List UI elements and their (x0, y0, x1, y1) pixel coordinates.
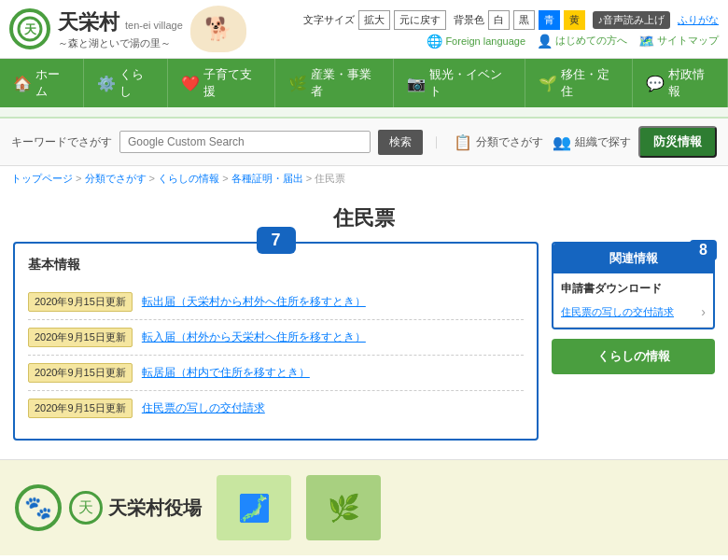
content-link-4[interactable]: 住民票の写しの交付請求 (142, 400, 265, 416)
logo-area: 天 天栄村 ten-ei village ～森と湖といで湯の里～ 🐕 (9, 6, 246, 52)
footer-title: 天栄村役場 (108, 496, 202, 521)
nav-kanko[interactable]: 📷 観光・イベント (394, 59, 525, 107)
breadcrumb-kakushu[interactable]: 各種証明・届出 (231, 173, 303, 184)
sitemap-link[interactable]: 🗺️ サイトマップ (638, 34, 719, 49)
soshiki-icon: 👥 (553, 133, 571, 151)
search-bar: キーワードでさがす 検索 ｜ 📋 分類でさがす 👥 組織で探す 防災情報 (0, 119, 728, 166)
content-link-3[interactable]: 転居届（村内で住所を移すとき） (142, 365, 310, 381)
date-badge-1: 2020年9月15日更新 (28, 292, 133, 312)
site-title: 天栄村 (58, 8, 119, 36)
soshiki-label: 組織で探す (575, 134, 631, 150)
font-restore-button[interactable]: 元に戻す (394, 10, 446, 30)
heart-icon: ❤️ (181, 75, 200, 92)
nav-kurashi-label: くらし (119, 66, 154, 100)
sitemap-label: サイトマップ (657, 34, 719, 48)
foreign-language-label: Foreign language (445, 35, 525, 47)
date-badge-4: 2020年9月15日更新 (28, 399, 133, 418)
font-controls: 文字サイズ 拡大 元に戻す 背景色 白 黒 青 黄 ♪音声読み上げ ふりがな (303, 10, 720, 30)
logo-circle: 天 (9, 8, 50, 49)
site-romanji: ten-ei village (125, 20, 183, 31)
kurashi-button[interactable]: くらしの情報 (552, 339, 715, 374)
disaster-button[interactable]: 防災情報 (638, 126, 717, 158)
nav-sonsei[interactable]: 💬 村政情報 (633, 59, 728, 107)
bg-color-label: 背景色 (454, 13, 484, 27)
chevron-right-icon: › (701, 304, 706, 319)
voice-button[interactable]: ♪音声読み上げ (593, 11, 671, 29)
nav-home[interactable]: 🏠 ホーム (0, 59, 84, 107)
nav-kurashi[interactable]: ⚙️ くらし (84, 59, 168, 107)
gear-icon: ⚙️ (97, 75, 116, 92)
footer-village-circle: 天 (69, 491, 103, 525)
soshiki-search-link[interactable]: 👥 組織で探す (553, 133, 631, 151)
nav-sonsei-label: 村政情報 (668, 66, 714, 100)
bunrui-icon: 📋 (454, 133, 472, 151)
breadcrumb-sep-4: > (306, 173, 315, 184)
content-link-2[interactable]: 転入届（村外から天栄村へ住所を移すとき） (142, 329, 366, 345)
lang-controls: 🌐 Foreign language 👤 はじめての方へ 🗺️ サイトマップ (427, 34, 719, 49)
content-box: 基本情報 2020年9月15日更新 転出届（天栄村から村外へ住所を移すとき） 2… (13, 242, 539, 441)
list-item: 2020年9月15日更新 転入届（村外から天栄村へ住所を移すとき） (28, 320, 524, 356)
download-link-item: 住民票の写しの交付請求 › (553, 301, 713, 328)
foreign-language-link[interactable]: 🌐 Foreign language (427, 34, 525, 49)
site-name-area: 天栄村 ten-ei village ～森と湖といで湯の里～ (58, 8, 183, 50)
nav-kanko-label: 観光・イベント (429, 66, 511, 100)
content-list: 2020年9月15日更新 転出届（天栄村から村外へ住所を移すとき） 2020年9… (28, 285, 524, 426)
footer-logo-circle: 🐾 (15, 484, 62, 531)
bg-blue-button[interactable]: 青 (539, 10, 560, 30)
wave-divider (0, 107, 728, 119)
search-button[interactable]: 検索 (378, 130, 423, 155)
bg-black-button[interactable]: 黒 (513, 10, 535, 30)
leaf-icon: 🌿 (288, 75, 307, 92)
bunrui-search-link[interactable]: 📋 分類でさがす (454, 133, 543, 151)
breadcrumb-kurashi[interactable]: くらしの情報 (158, 173, 219, 184)
footer-area: 🐾 天 天栄村役場 🗾 🌿 (0, 459, 728, 555)
bunrui-label: 分類でさがす (476, 134, 543, 150)
sprout-icon: 🌱 (539, 75, 557, 92)
date-badge-3: 2020年9月15日更新 (28, 363, 133, 383)
breadcrumb-sep-1: > (76, 173, 84, 184)
main-content: 7 基本情報 2020年9月15日更新 転出届（天栄村から村外へ住所を移すとき）… (0, 242, 728, 459)
badge-8: 8 (690, 240, 717, 260)
search-input[interactable] (119, 131, 371, 153)
nav-iju[interactable]: 🌱 移住・定住 (525, 59, 633, 107)
site-subtitle: ～森と湖といで湯の里～ (58, 36, 183, 50)
top-controls: 文字サイズ 拡大 元に戻す 背景色 白 黒 青 黄 ♪音声読み上げ ふりがな 🌐… (303, 10, 720, 49)
footer-logo-area: 🐾 天 天栄村役場 (15, 484, 202, 531)
date-badge-2: 2020年9月15日更新 (28, 328, 133, 347)
person-icon: 👤 (537, 34, 553, 49)
breadcrumb-top[interactable]: トップページ (11, 173, 73, 184)
bg-yellow-button[interactable]: 黄 (564, 10, 585, 30)
nav-kosodate[interactable]: ❤️ 子育て支援 (168, 59, 275, 107)
furigana-button[interactable]: ふりがな (678, 13, 719, 27)
search-options: 📋 分類でさがす 👥 組織で探す (454, 133, 631, 151)
content-box-title: 基本情報 (28, 257, 524, 273)
page-title: 住民票 (0, 204, 728, 232)
font-size-label: 文字サイズ (303, 13, 355, 27)
speech-icon: 💬 (646, 75, 665, 92)
map-icon: 🗺️ (638, 34, 654, 49)
bg-white-button[interactable]: 白 (488, 10, 510, 30)
breadcrumb-current: 住民票 (315, 173, 345, 184)
nav-kosodate-label: 子育て支援 (203, 66, 261, 100)
related-info-wrapper: 8 関連情報 申請書ダウンロード 住民票の写しの交付請求 › (552, 242, 715, 329)
content-link-1[interactable]: 転出届（天栄村から村外へ住所を移すとき） (142, 294, 366, 310)
content-box-wrapper: 7 基本情報 2020年9月15日更新 転出届（天栄村から村外へ住所を移すとき）… (13, 242, 539, 441)
footer-map2-image: 🌿 (306, 475, 381, 540)
nav-sangyo[interactable]: 🌿 産業・事業者 (275, 59, 395, 107)
svg-text:天: 天 (23, 22, 37, 36)
list-item: 2020年9月15日更新 転出届（天栄村から村外へ住所を移すとき） (28, 285, 524, 320)
hajimete-link[interactable]: 👤 はじめての方へ (537, 34, 627, 49)
list-item: 2020年9月15日更新 転居届（村内で住所を移すとき） (28, 356, 524, 391)
breadcrumb: トップページ > 分類でさがす > くらしの情報 > 各種証明・届出 > 住民票 (0, 166, 728, 191)
hajimete-label: はじめての方へ (555, 34, 627, 48)
camera-icon: 📷 (407, 75, 426, 92)
font-enlarge-button[interactable]: 拡大 (358, 10, 390, 30)
download-link[interactable]: 住民票の写しの交付請求 (561, 305, 674, 319)
breadcrumb-bunrui[interactable]: 分類でさがす (85, 173, 147, 184)
list-item: 2020年9月15日更新 住民票の写しの交付請求 (28, 391, 524, 426)
nav-home-label: ホーム (35, 66, 70, 100)
download-section-title: 申請書ダウンロード (553, 273, 713, 301)
site-header: 天 天栄村 ten-ei village ～森と湖といで湯の里～ 🐕 文字サイズ… (0, 0, 728, 59)
nav-iju-label: 移住・定住 (561, 66, 619, 100)
footer-map-image: 🗾 (217, 475, 291, 540)
